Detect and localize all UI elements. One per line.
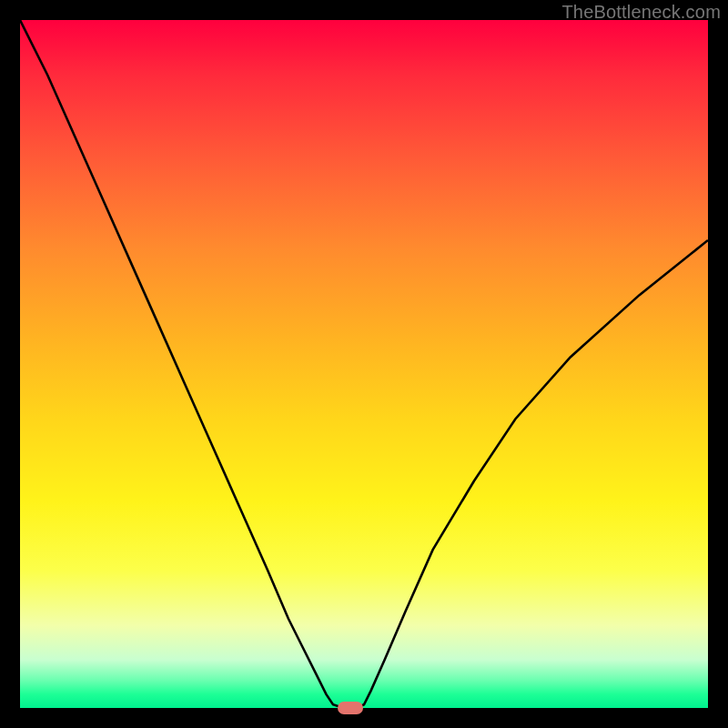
chart-frame: TheBottleneck.com [0, 0, 728, 728]
plot-area [20, 20, 708, 708]
watermark-text: TheBottleneck.com [561, 2, 721, 23]
curve-layer [20, 20, 708, 708]
optimal-point-marker [338, 702, 363, 714]
bottleneck-curve [20, 20, 708, 708]
